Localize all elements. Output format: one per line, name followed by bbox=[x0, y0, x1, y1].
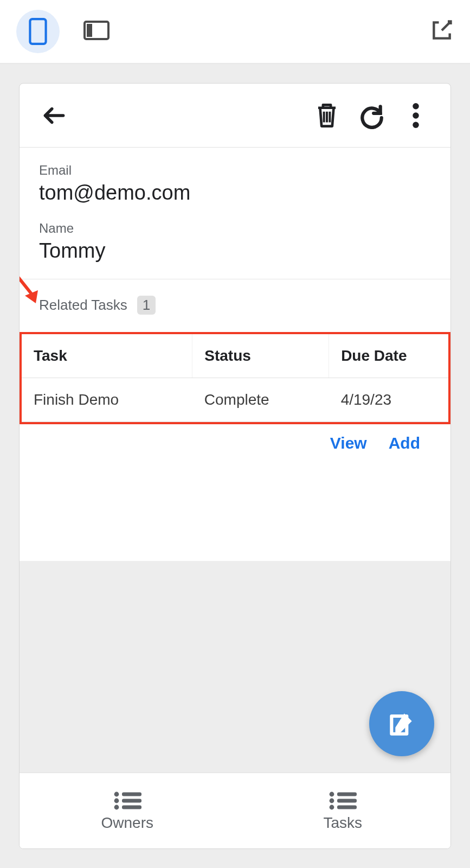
nav-owners[interactable]: Owners bbox=[20, 773, 235, 848]
name-label: Name bbox=[39, 221, 431, 236]
nav-tasks-label: Tasks bbox=[323, 814, 362, 832]
related-tasks-title: Related Tasks bbox=[39, 297, 127, 314]
tablet-preview-toggle[interactable] bbox=[83, 21, 110, 42]
edit-icon bbox=[387, 709, 417, 739]
list-icon bbox=[113, 790, 141, 811]
details-section: Email tom@demo.com Name Tommy bbox=[20, 148, 450, 279]
phone-card: Email tom@demo.com Name Tommy Related Ta… bbox=[19, 83, 451, 849]
add-button[interactable]: Add bbox=[389, 434, 420, 452]
content-area: Email tom@demo.com Name Tommy Related Ta… bbox=[20, 148, 450, 848]
phone-icon bbox=[28, 18, 48, 45]
open-external-button[interactable] bbox=[430, 18, 454, 44]
app-header bbox=[20, 84, 450, 148]
svg-rect-2 bbox=[87, 24, 92, 37]
related-tasks-table: Task Status Due Date Finish Demo Complet… bbox=[22, 334, 448, 422]
phone-preview-toggle[interactable] bbox=[16, 10, 60, 53]
device-preview-bar bbox=[0, 0, 470, 64]
cell-task: Finish Demo bbox=[22, 378, 192, 422]
edit-fab[interactable] bbox=[369, 691, 434, 756]
trash-icon bbox=[315, 102, 339, 129]
svg-rect-17 bbox=[337, 799, 357, 802]
more-menu-button[interactable] bbox=[396, 96, 435, 135]
svg-rect-15 bbox=[337, 792, 357, 796]
white-spacer bbox=[20, 458, 450, 561]
name-value: Tommy bbox=[39, 239, 431, 263]
tablet-icon bbox=[83, 21, 110, 40]
list-icon bbox=[329, 790, 357, 811]
svg-point-8 bbox=[114, 792, 119, 796]
email-label: Email bbox=[39, 163, 431, 178]
related-tasks-section: Related Tasks 1 Task Status Due Date bbox=[20, 279, 450, 458]
refresh-icon bbox=[358, 102, 385, 129]
back-button[interactable] bbox=[35, 96, 74, 135]
nav-tasks[interactable]: Tasks bbox=[235, 773, 451, 848]
cell-status: Complete bbox=[192, 378, 329, 422]
more-vertical-icon bbox=[413, 103, 419, 128]
delete-button[interactable] bbox=[307, 96, 346, 135]
svg-rect-19 bbox=[337, 805, 357, 809]
email-value: tom@demo.com bbox=[39, 181, 431, 205]
svg-point-12 bbox=[114, 805, 119, 809]
svg-point-16 bbox=[330, 798, 334, 803]
bottom-nav: Owners Tasks bbox=[20, 773, 450, 848]
col-status[interactable]: Status bbox=[192, 334, 329, 378]
cell-due: 4/19/23 bbox=[329, 378, 448, 422]
svg-point-5 bbox=[413, 122, 419, 128]
svg-rect-13 bbox=[122, 805, 141, 809]
back-arrow-icon bbox=[41, 102, 68, 129]
svg-point-3 bbox=[413, 103, 419, 110]
annotation-arrow-icon bbox=[19, 267, 47, 311]
svg-rect-9 bbox=[122, 792, 141, 796]
related-tasks-table-highlight: Task Status Due Date Finish Demo Complet… bbox=[20, 332, 450, 424]
refresh-button[interactable] bbox=[352, 96, 391, 135]
svg-point-4 bbox=[413, 112, 419, 119]
svg-point-10 bbox=[114, 798, 119, 803]
related-tasks-count: 1 bbox=[137, 296, 156, 315]
col-due-date[interactable]: Due Date bbox=[329, 334, 448, 378]
col-task[interactable]: Task bbox=[22, 334, 192, 378]
svg-rect-0 bbox=[30, 19, 46, 44]
table-row[interactable]: Finish Demo Complete 4/19/23 bbox=[22, 378, 448, 422]
device-frame: Email tom@demo.com Name Tommy Related Ta… bbox=[0, 64, 470, 868]
svg-rect-11 bbox=[122, 799, 141, 802]
svg-point-14 bbox=[330, 792, 334, 796]
nav-owners-label: Owners bbox=[101, 814, 153, 832]
lower-area bbox=[20, 561, 450, 773]
view-button[interactable]: View bbox=[330, 434, 367, 452]
related-tasks-actions: View Add bbox=[39, 424, 431, 458]
open-external-icon bbox=[430, 18, 454, 42]
svg-point-18 bbox=[330, 805, 334, 809]
